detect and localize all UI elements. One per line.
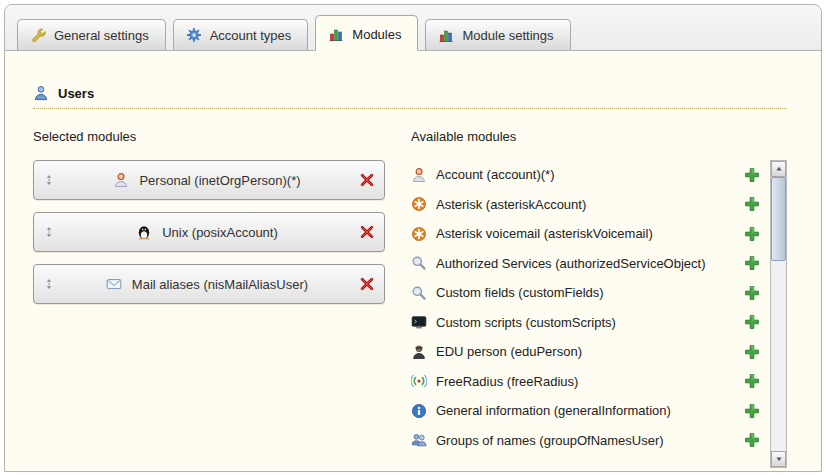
module-label: EDU person (eduPerson)	[436, 344, 735, 359]
module-label: Asterisk (asteriskAccount)	[436, 197, 735, 212]
drag-handle[interactable]	[43, 174, 55, 186]
plus-icon	[744, 255, 760, 271]
users-section-header: Users	[33, 85, 787, 109]
add-module-button[interactable]	[744, 255, 760, 271]
tab-general-settings[interactable]: General settings	[17, 19, 166, 51]
available-module-row: Asterisk (asteriskAccount)	[411, 190, 762, 220]
terminal-icon	[411, 314, 427, 330]
module-label: Authorized Services (authorizedServiceOb…	[436, 256, 735, 271]
drag-arrows-icon	[43, 174, 55, 186]
signal-icon	[411, 373, 427, 389]
remove-module-button[interactable]	[359, 276, 375, 292]
module-label: Account (account)(*)	[436, 167, 735, 182]
add-module-button[interactable]	[744, 432, 760, 448]
asterisk-icon	[411, 196, 427, 212]
module-label: Unix (posixAccount)	[162, 225, 278, 240]
available-module-row: Custom fields (customFields)	[411, 278, 762, 308]
module-columns: Selected modules Personal (inetOrgPerson…	[33, 129, 787, 468]
scroll-up-button[interactable]	[771, 161, 786, 177]
available-module-row: Groups of names (groupOfNamesUser)	[411, 426, 762, 456]
available-module-row: Custom scripts (customScripts)	[411, 308, 762, 338]
section-title: Users	[58, 86, 94, 101]
delete-x-icon	[359, 224, 375, 240]
plus-icon	[744, 314, 760, 330]
person-icon	[411, 167, 427, 183]
person-icon	[113, 172, 129, 188]
add-module-button[interactable]	[744, 403, 760, 419]
mail-envelope-icon	[106, 276, 122, 292]
add-module-button[interactable]	[744, 373, 760, 389]
bar-chart-icon	[438, 27, 454, 43]
tab-label: General settings	[54, 28, 149, 43]
plus-icon	[744, 167, 760, 183]
plus-icon	[744, 196, 760, 212]
magnifier-icon	[411, 285, 427, 301]
add-module-button[interactable]	[744, 196, 760, 212]
plus-icon	[744, 285, 760, 301]
module-label: Custom scripts (customScripts)	[436, 315, 735, 330]
available-module-row: Account (account)(*)	[411, 160, 762, 190]
edu-person-icon	[411, 344, 427, 360]
plus-icon	[744, 432, 760, 448]
add-module-button[interactable]	[744, 314, 760, 330]
available-module-row: Authorized Services (authorizedServiceOb…	[411, 249, 762, 279]
available-module-row: General information (generalInformation)	[411, 396, 762, 426]
user-icon	[33, 85, 49, 101]
lam-config-window: General settings Account types Modules M…	[4, 4, 822, 472]
scrollbar-thumb[interactable]	[771, 177, 786, 261]
remove-module-button[interactable]	[359, 172, 375, 188]
gear-icon	[186, 27, 202, 43]
modules-tab-content: Users Selected modules Personal (inetOrg…	[5, 51, 821, 468]
scroll-down-button[interactable]	[771, 451, 786, 467]
plus-icon	[744, 403, 760, 419]
available-module-row: EDU person (eduPerson)	[411, 337, 762, 367]
module-label: FreeRadius (freeRadius)	[436, 374, 735, 389]
plus-icon	[744, 226, 760, 242]
available-module-row: Asterisk voicemail (asteriskVoicemail)	[411, 219, 762, 249]
tab-modules[interactable]: Modules	[315, 15, 418, 51]
selected-module-row: Personal (inetOrgPerson)(*)	[33, 160, 385, 200]
available-modules-list: Account (account)(*) Asterisk (asteriskA…	[411, 160, 762, 468]
info-icon	[411, 403, 427, 419]
remove-module-button[interactable]	[359, 224, 375, 240]
module-label: Mail aliases (nisMailAliasUser)	[132, 277, 308, 292]
triangle-up-icon	[774, 164, 784, 174]
module-label: Groups of names (groupOfNamesUser)	[436, 433, 735, 448]
tab-label: Module settings	[462, 28, 553, 43]
bar-chart-icon	[328, 26, 344, 42]
tab-label: Account types	[210, 28, 292, 43]
drag-arrows-icon	[43, 226, 55, 238]
selected-module-row: Unix (posixAccount)	[33, 212, 385, 252]
wrench-icon	[30, 27, 46, 43]
module-label: Personal (inetOrgPerson)(*)	[139, 173, 300, 188]
available-modules-title: Available modules	[411, 129, 787, 144]
delete-x-icon	[359, 276, 375, 292]
module-label: Asterisk voicemail (asteriskVoicemail)	[436, 226, 735, 241]
module-label: General information (generalInformation)	[436, 403, 735, 418]
add-module-button[interactable]	[744, 344, 760, 360]
tab-module-settings[interactable]: Module settings	[425, 19, 570, 51]
tab-bar: General settings Account types Modules M…	[5, 5, 821, 51]
tux-penguin-icon	[136, 224, 152, 240]
add-module-button[interactable]	[744, 285, 760, 301]
scrollbar[interactable]	[770, 160, 787, 468]
selected-modules-title: Selected modules	[33, 129, 385, 144]
tab-label: Modules	[352, 27, 401, 42]
drag-handle[interactable]	[43, 278, 55, 290]
plus-icon	[744, 373, 760, 389]
selected-module-row: Mail aliases (nisMailAliasUser)	[33, 264, 385, 304]
asterisk-icon	[411, 226, 427, 242]
magnifier-icon	[411, 255, 427, 271]
plus-icon	[744, 344, 760, 360]
tab-account-types[interactable]: Account types	[173, 19, 309, 51]
add-module-button[interactable]	[744, 226, 760, 242]
drag-handle[interactable]	[43, 226, 55, 238]
scrollbar-track[interactable]	[771, 177, 786, 451]
drag-arrows-icon	[43, 278, 55, 290]
module-label: Custom fields (customFields)	[436, 285, 735, 300]
triangle-down-icon	[774, 454, 784, 464]
available-modules-column: Available modules Account (account)(*)	[411, 129, 787, 468]
selected-modules-column: Selected modules Personal (inetOrgPerson…	[33, 129, 385, 468]
add-module-button[interactable]	[744, 167, 760, 183]
available-module-row: FreeRadius (freeRadius)	[411, 367, 762, 397]
